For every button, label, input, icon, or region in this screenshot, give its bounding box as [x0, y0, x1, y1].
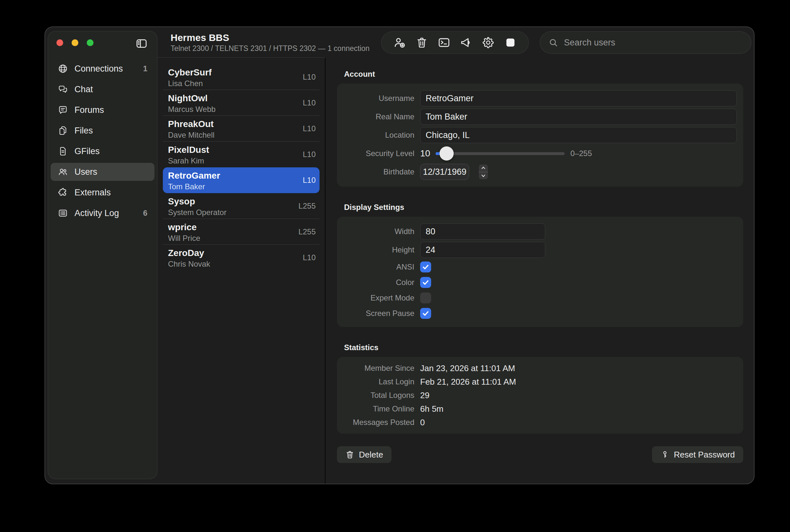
security-level-range: 0–255 — [570, 149, 592, 158]
user-row-nightowl[interactable]: NightOwl Marcus Webb L10 — [163, 90, 320, 116]
messages-posted-row: Messages Posted 0 — [343, 416, 737, 429]
delete-user-button[interactable] — [415, 36, 429, 49]
sidebar-item-label: Files — [74, 126, 141, 136]
settings-button[interactable] — [482, 36, 495, 49]
screen-pause-row: Screen Pause — [343, 307, 737, 320]
user-list: CyberSurf Lisa Chen L10 NightOwl Marcus … — [158, 57, 326, 483]
birthdate-stepper — [479, 165, 488, 179]
terminal-button[interactable] — [437, 36, 451, 49]
sidebar-item-chat[interactable]: Chat — [51, 80, 154, 98]
puzzle-icon — [58, 187, 68, 198]
forum-bubble-icon — [58, 105, 68, 115]
search-input[interactable] — [563, 37, 742, 48]
time-online-value: 6h 5m — [420, 404, 444, 414]
security-level-row: Security Level 10 0–255 — [343, 146, 737, 162]
expert-mode-row: Expert Mode — [343, 291, 737, 304]
security-level-value: 10 — [420, 148, 436, 159]
user-row-wprice[interactable]: wprice Will Price L255 — [163, 219, 320, 245]
minimize-window-button[interactable] — [72, 39, 78, 46]
sidebar-item-users[interactable]: Users — [51, 163, 154, 181]
username: NightOwl — [168, 93, 208, 103]
connections-count-badge: 1 — [143, 64, 147, 73]
globe-icon — [58, 63, 68, 74]
user-detail-pane: Account Username Real Name Location Secu… — [326, 57, 754, 483]
activity-log-count-badge: 6 — [143, 209, 147, 217]
total-logons-value: 29 — [420, 391, 430, 400]
screen-pause-checkbox[interactable] — [420, 308, 431, 319]
username-field[interactable] — [420, 90, 737, 107]
user-row-zeroday[interactable]: ZeroDay Chris Novak L10 — [163, 245, 320, 270]
last-login-value: Feb 21, 2026 at 11:01 AM — [420, 377, 516, 387]
announcement-button[interactable] — [459, 36, 473, 49]
username: RetroGamer — [168, 171, 220, 181]
sidebar-item-label: Chat — [74, 84, 141, 94]
sidebar-item-activity-log[interactable]: Activity Log 6 — [51, 204, 154, 222]
birthdate-field[interactable]: 12/31/1969 — [420, 164, 469, 180]
username: CyberSurf — [168, 68, 211, 78]
user-row-phreakout[interactable]: PhreakOut Dave Mitchell L10 — [163, 116, 320, 141]
delete-button[interactable]: Delete — [337, 446, 392, 463]
color-row: Color — [343, 276, 737, 289]
sidebar-item-label: GFiles — [74, 146, 141, 156]
messages-posted-label: Messages Posted — [343, 418, 414, 427]
height-field[interactable] — [420, 242, 545, 258]
location-field[interactable] — [420, 127, 737, 143]
statistics-header: Statistics — [344, 343, 743, 352]
sidebar-item-gfiles[interactable]: GFiles — [51, 142, 154, 160]
search-bar — [540, 31, 751, 54]
ansi-row: ANSI — [343, 261, 737, 273]
ansi-label: ANSI — [343, 263, 414, 271]
expert-mode-checkbox[interactable] — [420, 292, 431, 303]
app-window: Connections 1 Chat Forums — [44, 26, 754, 484]
member-since-row: Member Since Jan 23, 2026 at 11:01 AM — [343, 361, 737, 375]
key-icon — [660, 450, 670, 459]
height-label: Height — [343, 245, 414, 254]
messages-posted-value: 0 — [420, 418, 425, 428]
sidebar-nav: Connections 1 Chat Forums — [51, 60, 154, 225]
document-icon — [58, 146, 68, 156]
sidebar-item-externals[interactable]: Externals — [51, 184, 154, 202]
ansi-checkbox[interactable] — [420, 262, 431, 272]
real-name: Lisa Chen — [168, 79, 203, 88]
location-row: Location — [343, 127, 737, 143]
stepper-up-button[interactable] — [479, 165, 488, 172]
security-level-badge: L10 — [303, 98, 316, 107]
add-user-button[interactable] — [393, 36, 406, 49]
user-row-sysop[interactable]: Sysop System Operator L255 — [163, 193, 320, 219]
realname-row: Real Name — [343, 109, 737, 125]
realname-label: Real Name — [343, 112, 414, 121]
user-row-pixeldust[interactable]: PixelDust Sarah Kim L10 — [163, 141, 320, 167]
sidebar-toggle-icon[interactable] — [135, 37, 148, 49]
close-window-button[interactable] — [56, 39, 63, 46]
account-card: Username Real Name Location Security Lev… — [337, 83, 743, 187]
reset-password-button[interactable]: Reset Password — [652, 446, 743, 463]
color-checkbox[interactable] — [420, 277, 431, 288]
display-settings-card: Width Height ANSI Color Expert Mode — [337, 217, 743, 327]
last-login-row: Last Login Feb 21, 2026 at 11:01 AM — [343, 375, 737, 388]
stepper-down-button[interactable] — [479, 172, 488, 179]
security-level-label: Security Level — [343, 149, 414, 158]
username: PixelDust — [168, 145, 209, 155]
user-row-retrogamer-selected[interactable]: RetroGamer Tom Baker L10 — [163, 167, 320, 193]
member-since-label: Member Since — [343, 364, 414, 373]
real-name: Marcus Webb — [168, 105, 216, 114]
sidebar-item-forums[interactable]: Forums — [51, 101, 154, 119]
width-field[interactable] — [420, 224, 545, 240]
statistics-card: Member Since Jan 23, 2026 at 11:01 AM La… — [337, 357, 743, 434]
birthdate-row: Birthdate 12/31/1969 — [343, 164, 737, 180]
window-title-block: Hermes BBS Telnet 2300 / TELNETS 2301 / … — [171, 32, 370, 54]
zoom-window-button[interactable] — [87, 39, 94, 46]
stop-server-button[interactable] — [504, 36, 517, 49]
sidebar-item-files[interactable]: Files — [51, 121, 154, 139]
real-name: Tom Baker — [168, 182, 205, 191]
realname-field[interactable] — [420, 109, 737, 125]
real-name: Will Price — [168, 234, 200, 243]
security-level-slider[interactable] — [436, 152, 565, 155]
real-name: Sarah Kim — [168, 156, 204, 166]
sidebar-item-label: Activity Log — [74, 208, 137, 218]
user-row-cybersurf[interactable]: CyberSurf Lisa Chen L10 — [163, 64, 320, 90]
slider-thumb[interactable] — [439, 146, 454, 160]
sidebar-item-connections[interactable]: Connections 1 — [51, 60, 154, 78]
files-icon — [58, 126, 68, 136]
time-online-label: Time Online — [343, 404, 414, 413]
